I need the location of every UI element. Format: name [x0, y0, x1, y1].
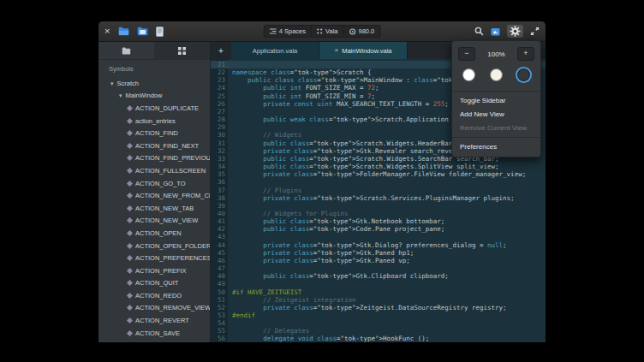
code-line[interactable]: #if HAVE_ZEITGEIST [228, 288, 546, 296]
symbol-item-action-new-from-clipboard[interactable]: ACTION_NEW_FROM_CLIPBOARD [98, 189, 210, 202]
symbol-item-action-save-as[interactable]: ACTION_SAVE_AS [98, 339, 210, 342]
line-number: 53 [211, 312, 228, 319]
symbol-item-action-new-tab[interactable]: ACTION_NEW_TAB [98, 202, 210, 215]
code-line[interactable]: private class="tok-type">Gtk.Paned vp; [228, 257, 546, 264]
symbol-item-action-entries[interactable]: action_entries [98, 115, 210, 128]
tab-label: Application.vala [253, 47, 298, 55]
zoom-in-button[interactable]: + [517, 47, 534, 61]
share-icon [491, 27, 500, 36]
share-button[interactable] [491, 25, 500, 39]
tab-close-button[interactable]: × [334, 47, 338, 54]
code-line[interactable]: public class="tok-type">Scratch.Widgets.… [228, 163, 546, 170]
menu-button[interactable] [507, 25, 523, 38]
symbol-item-action-open[interactable]: ACTION_OPEN [98, 227, 210, 240]
line-number: 31 [211, 139, 228, 147]
line-number: 42 [211, 225, 228, 233]
symbol-item-action-new-view[interactable]: ACTION_NEW_VIEW [98, 215, 210, 228]
symbol-icon [127, 255, 133, 261]
color-scheme-light[interactable] [490, 68, 503, 81]
symbol-item-action-fullscreen[interactable]: ACTION_FULLSCREEN [98, 164, 210, 177]
fullscreen-button[interactable] [530, 25, 540, 39]
open-folder-button[interactable] [137, 25, 148, 39]
symbol-item-action-quit[interactable]: ACTION_QUIT [98, 277, 210, 290]
symbol-icon [127, 143, 133, 149]
symbol-item-action-find-next[interactable]: ACTION_FIND_NEXT [98, 139, 210, 152]
code-line[interactable]: private class="tok-type">Gtk.Paned hp1; [228, 249, 546, 257]
line-number: 33 [211, 155, 228, 163]
header-right-group [474, 25, 540, 39]
indentation-button[interactable]: 4 Spaces [264, 25, 312, 38]
symbol-item-action-remove-view[interactable]: ACTION_REMOVE_VIEW [98, 302, 210, 315]
menu-separator [452, 91, 540, 92]
symbol-item-action-find-previous[interactable]: ACTION_FIND_PREVIOUS [98, 152, 210, 165]
symbol-label: ACTION_GO_TO [135, 180, 186, 187]
code-line[interactable]: #endif [228, 312, 546, 319]
symbol-icon [127, 268, 133, 274]
zoom-out-button[interactable]: − [458, 47, 475, 61]
code-line[interactable]: private class="tok-type">FolderManager.F… [228, 170, 546, 178]
templates-button[interactable] [156, 25, 164, 39]
symbol-icon [127, 105, 133, 111]
folder-open-icon [137, 27, 148, 36]
code-line[interactable]: public class="tok-type">Gtk.Clipboard cl… [228, 272, 546, 280]
caret-down-icon[interactable]: ▾ [110, 80, 114, 86]
code-line[interactable] [228, 233, 546, 240]
symbol-item-action-save[interactable]: ACTION_SAVE [98, 327, 210, 340]
code-line[interactable]: private class="tok-type">Gtk.Dialog? pre… [228, 241, 546, 249]
symbol-label: ACTION_SAVE [135, 329, 180, 337]
symbol-item-action-find[interactable]: ACTION_FIND [98, 127, 210, 139]
symbol-item-action-prefix[interactable]: ACTION_PREFIX [98, 264, 210, 277]
line-number: 26 [211, 100, 228, 108]
symbol-item-action-redo[interactable]: ACTION_REDO [98, 289, 210, 302]
code-line[interactable]: private class="tok-type">Scratch.Service… [228, 194, 546, 202]
code-line[interactable]: // Zeitgeist integration [228, 296, 546, 304]
color-scheme-high-contrast[interactable] [462, 68, 475, 81]
symbols-view-button[interactable] [154, 42, 210, 59]
code-line[interactable] [228, 280, 546, 288]
tab-mainwindow-vala[interactable]: ×MainWindow.vala [319, 42, 408, 59]
tab-application-vala[interactable]: Application.vala [231, 42, 319, 59]
line-number: 40 [211, 210, 228, 217]
code-line[interactable]: // Delegates [228, 327, 546, 335]
language-button[interactable]: Vala [312, 25, 343, 38]
menu-item-preferences[interactable]: Preferences [452, 140, 540, 154]
color-scheme-dark[interactable] [517, 68, 530, 81]
window-close-button[interactable]: × [104, 27, 110, 36]
symbol-item-action-open-folder[interactable]: ACTION_OPEN_FOLDER [98, 240, 210, 252]
symbol-item-mainwindow[interactable]: ▾MainWindow [98, 90, 210, 103]
new-tab-button[interactable]: + [211, 42, 231, 59]
symbol-icon [127, 217, 133, 223]
folder-icon [122, 47, 131, 55]
symbol-label: MainWindow [126, 92, 163, 99]
menu-item-toggle-sidebar[interactable]: Toggle Sidebar [452, 94, 540, 108]
symbol-item-action-go-to[interactable]: ACTION_GO_TO [98, 177, 210, 190]
menu-item-add-new-view[interactable]: Add New View [452, 108, 540, 122]
symbol-icon [127, 242, 133, 248]
code-line[interactable]: // Widgets for Plugins [228, 210, 546, 217]
symbol-icon [127, 317, 133, 323]
code-line[interactable] [228, 202, 546, 210]
goto-line-button[interactable]: 980.0 [343, 25, 380, 38]
symbol-item-action-preferences[interactable]: ACTION_PREFERENCES [98, 252, 210, 264]
search-icon [474, 27, 484, 36]
line-number: 37 [211, 187, 228, 194]
symbol-item-action-duplicate[interactable]: ACTION_DUPLICATE [98, 102, 210, 115]
caret-down-icon[interactable]: ▾ [119, 92, 122, 98]
sidebar: Symbols ▾Scratch▾MainWindowACTION_DUPLIC… [98, 42, 211, 342]
symbol-item-action-revert[interactable]: ACTION_REVERT [98, 314, 210, 327]
code-line[interactable]: // Plugins [228, 187, 546, 194]
code-line[interactable]: private class="tok-type">Zeitgeist.DataS… [228, 304, 546, 312]
code-line[interactable] [228, 178, 546, 186]
line-number: 43 [211, 233, 228, 240]
open-file-button[interactable] [118, 25, 129, 39]
code-line[interactable]: public class="tok-type">Gtk.Notebook bot… [228, 217, 546, 225]
files-view-button[interactable] [98, 42, 154, 59]
zoom-level-label: 100% [480, 50, 512, 58]
code-line[interactable]: public class="tok-type">Code.Pane projec… [228, 225, 546, 233]
search-button[interactable] [474, 25, 484, 39]
code-line[interactable] [228, 264, 546, 272]
menu-item-remove-current-view[interactable]: Remove Current View [452, 122, 540, 135]
code-line[interactable]: delegate void class="tok-type">HookFunc … [228, 335, 546, 342]
code-line[interactable] [228, 319, 546, 327]
symbol-item-scratch[interactable]: ▾Scratch [98, 77, 210, 90]
